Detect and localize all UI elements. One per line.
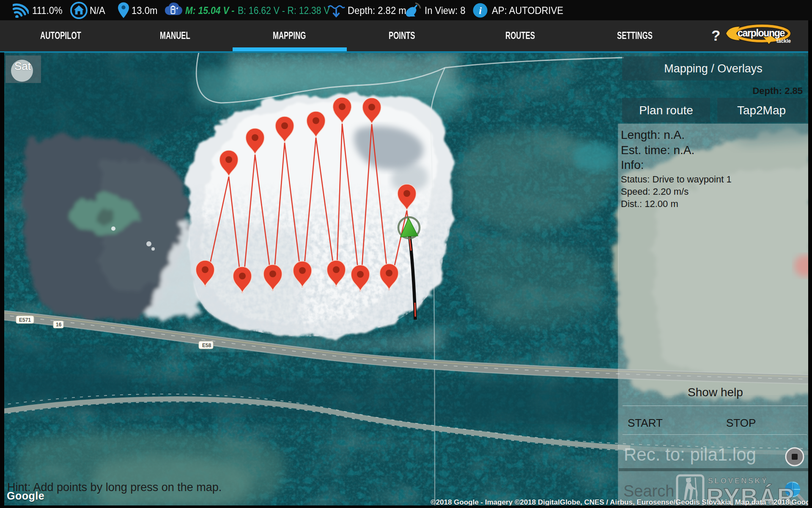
svg-text:i: i: [479, 5, 482, 16]
svg-text:E571: E571: [19, 317, 31, 323]
svg-text:E58: E58: [202, 342, 211, 348]
svg-text:16: 16: [56, 322, 62, 328]
svg-text:carplounge: carplounge: [738, 28, 785, 39]
svg-text:tackle: tackle: [776, 38, 791, 44]
